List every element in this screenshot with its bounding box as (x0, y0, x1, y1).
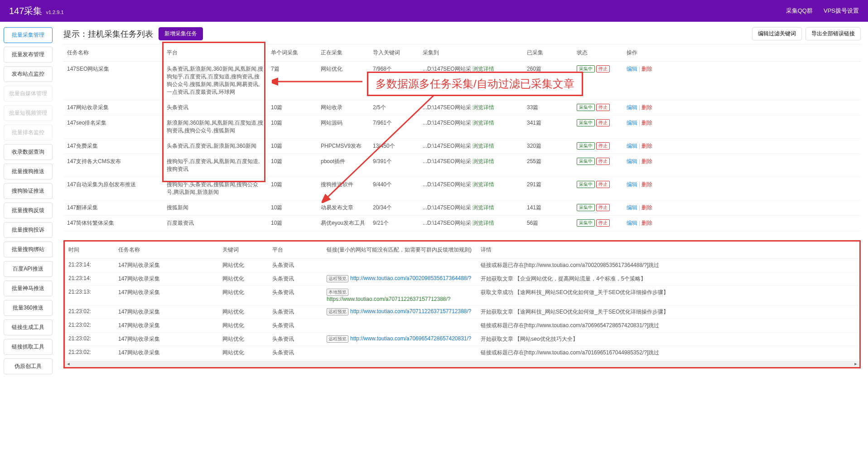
edit-filter-button[interactable]: 编辑过滤关键词 (752, 27, 802, 40)
sidebar-item-11[interactable]: 批量搜狗绑站 (4, 242, 53, 257)
sidebar-item-14[interactable]: 批量360推送 (4, 300, 53, 316)
task-row: 147简体转繁体采集百度最资讯10篇易优eyou发布工具9/21个...D:\1… (63, 216, 861, 231)
task-ops: 编辑|删除 (623, 139, 861, 154)
delete-link[interactable]: 删除 (641, 143, 652, 149)
log-link (323, 259, 477, 272)
stop-button[interactable]: 停止 (596, 142, 610, 150)
log-table-wrap: 时间任务名称关键词平台链接(量小的网站可能没有匹配，如需要可群内反馈增加规则)详… (63, 240, 861, 368)
log-keyword: 网站优化 (219, 259, 269, 272)
scroll-left-icon[interactable]: ◄ (66, 361, 71, 367)
task-row: 147seo排名采集新浪新闻,360新闻,凤凰新闻,百度知道,搜狗资讯,搜狗公众… (63, 116, 861, 139)
log-platform: 头条资讯 (269, 319, 323, 333)
sidebar-item-17[interactable]: 伪原创工具 (4, 358, 53, 374)
log-task: 147网站收录采集 (115, 259, 219, 272)
status-badge: 采集中 (577, 204, 595, 211)
delete-link[interactable]: 删除 (641, 158, 652, 165)
task-collected: 341篇 (523, 116, 573, 139)
sidebar-item-6[interactable]: 收录数据查询 (4, 144, 53, 160)
log-url[interactable]: https://www.toutiao.com/a707112263715771… (327, 296, 451, 302)
preview-tag[interactable]: 远程预览 (327, 275, 348, 282)
edit-link[interactable]: 编辑 (627, 220, 637, 226)
preview-tag[interactable]: 远程预览 (327, 335, 348, 343)
delete-link[interactable]: 删除 (641, 181, 652, 188)
delete-link[interactable]: 删除 (641, 120, 652, 126)
browse-detail-link[interactable]: 浏览详情 (473, 220, 494, 226)
edit-link[interactable]: 编辑 (627, 120, 637, 126)
edit-link[interactable]: 编辑 (627, 158, 637, 165)
edit-link[interactable]: 编辑 (627, 104, 637, 111)
stop-button[interactable]: 停止 (596, 181, 610, 188)
sidebar-item-7[interactable]: 批量搜狗推送 (4, 164, 53, 179)
task-status: 采集中 停止 (573, 154, 623, 177)
browse-detail-link[interactable]: 浏览详情 (473, 143, 494, 149)
preview-tag[interactable]: 本地预览 (327, 289, 348, 296)
task-platform: 头条资讯,百度资讯,新浪新闻,360新闻 (163, 139, 267, 154)
task-imported: 7/968个 (369, 62, 419, 100)
browse-detail-link[interactable]: 浏览详情 (473, 104, 494, 111)
stop-button[interactable]: 停止 (596, 65, 610, 73)
task-collect-to: ...D:\147SEO网站采 浏览详情 (419, 216, 523, 231)
task-row: 147支持各大CMS发布搜狗知乎,百度资讯,凤凰新闻,百度知道,搜狗资讯10篇p… (63, 154, 861, 177)
log-link (323, 346, 477, 360)
edit-link[interactable]: 编辑 (627, 143, 637, 149)
header-link-qq[interactable]: 采集QQ群 (786, 7, 813, 15)
task-collecting: 易优eyou发布工具 (317, 216, 369, 231)
horizontal-scrollbar[interactable]: ◄ ► (65, 361, 859, 367)
stop-button[interactable]: 停止 (596, 104, 610, 111)
log-link (323, 319, 477, 333)
browse-detail-link[interactable]: 浏览详情 (473, 120, 494, 126)
sidebar-item-8[interactable]: 搜狗验证推送 (4, 183, 53, 199)
edit-link[interactable]: 编辑 (627, 181, 637, 188)
edit-link[interactable]: 编辑 (627, 66, 637, 72)
sidebar-item-12[interactable]: 百度API推送 (4, 261, 53, 277)
sidebar-item-2[interactable]: 发布站点监控 (4, 66, 53, 82)
task-name: 147支持各大CMS发布 (63, 154, 163, 177)
browse-detail-link[interactable]: 浏览详情 (473, 204, 494, 211)
browse-detail-link[interactable]: 浏览详情 (473, 181, 494, 188)
stop-button[interactable]: 停止 (596, 204, 610, 211)
page-title: 提示：挂机采集任务列表 (63, 29, 153, 39)
browse-detail-link[interactable]: 浏览详情 (473, 66, 494, 72)
task-status: 采集中 停止 (573, 177, 623, 200)
log-task: 147网站收录采集 (115, 319, 219, 333)
stop-button[interactable]: 停止 (596, 119, 610, 126)
log-time: 21:23:02: (65, 346, 115, 360)
preview-tag[interactable]: 远程预览 (327, 308, 348, 315)
log-col-header: 时间 (65, 242, 115, 259)
task-name: 147免费采集 (63, 139, 163, 154)
edit-link[interactable]: 编辑 (627, 204, 637, 211)
delete-link[interactable]: 删除 (641, 66, 652, 72)
delete-link[interactable]: 删除 (641, 220, 652, 226)
task-collected: 320篇 (523, 139, 573, 154)
task-ops: 编辑|删除 (623, 100, 861, 116)
sidebar-item-1[interactable]: 批量发布管理 (4, 47, 53, 63)
task-single: 7篇 (267, 62, 317, 100)
log-url[interactable]: http://www.toutiao.com/a7071122637157712… (350, 308, 472, 315)
sidebar-item-13[interactable]: 批量神马推送 (4, 281, 53, 296)
sidebar-item-15[interactable]: 链接生成工具 (4, 319, 53, 335)
sidebar-item-9[interactable]: 批量搜狗反馈 (4, 203, 53, 218)
delete-link[interactable]: 删除 (641, 204, 652, 211)
header-link-vps[interactable]: VPS拨号设置 (824, 7, 859, 15)
delete-link[interactable]: 删除 (641, 104, 652, 111)
task-name: 147简体转繁体采集 (63, 216, 163, 231)
log-link: 本地预览https://www.toutiao.com/a70711226371… (323, 286, 477, 305)
sidebar-item-10[interactable]: 批量搜狗投诉 (4, 222, 53, 238)
stop-button[interactable]: 停止 (596, 219, 610, 227)
log-url[interactable]: http://www.toutiao.com/a7002098535617364… (350, 275, 472, 281)
log-detail: 链接或标题已存在[http://www.toutiao.com/a7069654… (477, 319, 859, 333)
scroll-right-icon[interactable]: ► (853, 361, 858, 367)
log-url[interactable]: http://www.toutiao.com/a7069654728657420… (350, 335, 472, 342)
log-keyword: 网站优化 (219, 333, 269, 346)
browse-detail-link[interactable]: 浏览详情 (473, 158, 494, 165)
app-title: 147采集 (9, 5, 42, 17)
task-col-header: 平台 (163, 44, 267, 62)
task-single: 10篇 (267, 200, 317, 216)
sidebar-item-16[interactable]: 链接抓取工具 (4, 339, 53, 355)
task-name: 147seo排名采集 (63, 116, 163, 139)
export-errors-button[interactable]: 导出全部错误链接 (805, 27, 861, 40)
add-task-button[interactable]: 新增采集任务 (159, 27, 203, 40)
sidebar-item-0[interactable]: 批量采集管理 (4, 27, 53, 43)
stop-button[interactable]: 停止 (596, 158, 610, 165)
log-link: 远程预览http://www.toutiao.com/a707112263715… (323, 305, 477, 319)
